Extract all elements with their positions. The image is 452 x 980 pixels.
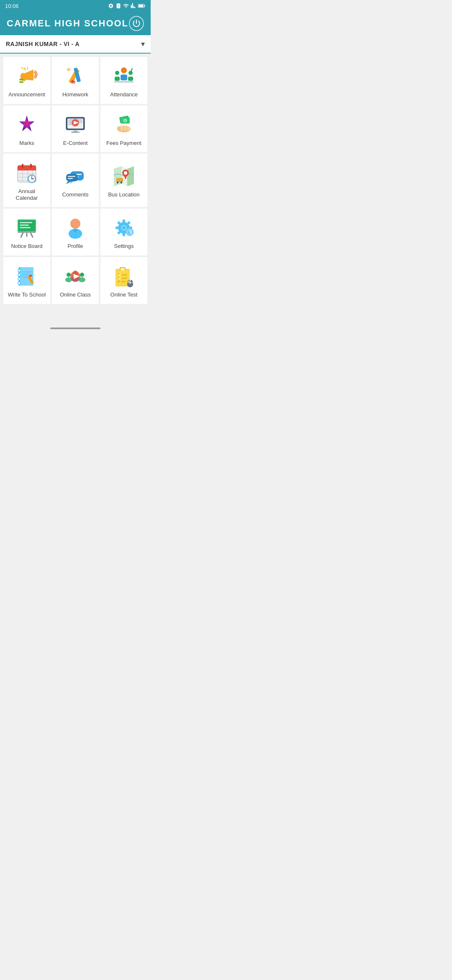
homework-icon xyxy=(64,64,87,88)
fees-payment-item[interactable]: $ Fees Payment xyxy=(100,106,147,152)
online-class-icon xyxy=(64,265,87,288)
bottom-area xyxy=(0,307,151,333)
svg-rect-84 xyxy=(20,224,29,226)
wifi-icon xyxy=(123,3,129,9)
homework-label: Homework xyxy=(62,91,88,98)
app-title: CARMEL HIGH SCHOOL xyxy=(7,18,128,29)
svg-point-108 xyxy=(18,278,21,280)
time: 10:06 xyxy=(5,3,19,9)
annual-calendar-label: Annual Calendar xyxy=(7,188,47,201)
online-test-item[interactable]: Online Test xyxy=(100,257,147,304)
bus-location-item[interactable]: Bus Location xyxy=(100,154,147,207)
svg-rect-33 xyxy=(71,132,80,133)
status-icons xyxy=(108,3,146,9)
notice-board-icon xyxy=(15,216,39,240)
home-indicator xyxy=(50,328,100,329)
profile-item[interactable]: Profile xyxy=(52,209,99,255)
write-to-school-icon xyxy=(15,265,39,288)
svg-point-137 xyxy=(128,281,130,282)
settings-label: Settings xyxy=(114,243,134,250)
sim-icon xyxy=(116,3,121,9)
svg-rect-73 xyxy=(117,179,119,181)
svg-rect-90 xyxy=(123,219,125,223)
svg-point-118 xyxy=(67,273,71,277)
chevron-down-icon: ▾ xyxy=(141,39,145,49)
marks-label: Marks xyxy=(19,140,34,147)
svg-rect-20 xyxy=(128,77,133,81)
announcement-item[interactable]: Announcement xyxy=(3,57,50,104)
svg-rect-74 xyxy=(120,179,122,181)
svg-rect-85 xyxy=(20,227,31,228)
comments-icon xyxy=(64,165,87,188)
announcement-icon xyxy=(15,64,39,88)
svg-rect-102 xyxy=(126,231,128,233)
notice-board-item[interactable]: Notice Board xyxy=(3,209,50,255)
svg-rect-42 xyxy=(127,126,130,131)
power-icon xyxy=(132,19,141,28)
svg-point-14 xyxy=(67,68,70,71)
fees-payment-label: Fees Payment xyxy=(106,140,141,147)
svg-point-15 xyxy=(121,67,127,73)
svg-rect-91 xyxy=(123,233,125,236)
svg-point-71 xyxy=(124,171,127,175)
annual-calendar-item[interactable]: Annual Calendar xyxy=(3,154,50,207)
svg-rect-131 xyxy=(121,278,127,279)
svg-rect-65 xyxy=(68,178,73,179)
profile-label: Profile xyxy=(68,243,83,250)
svg-point-89 xyxy=(122,226,126,230)
svg-rect-5 xyxy=(19,79,23,80)
menu-grid: Announcement Homework xyxy=(0,54,151,307)
svg-rect-132 xyxy=(118,281,120,282)
svg-marker-68 xyxy=(127,166,134,186)
battery-icon xyxy=(138,3,146,9)
svg-rect-2 xyxy=(139,5,143,7)
svg-rect-64 xyxy=(68,176,75,177)
svg-rect-45 xyxy=(18,168,36,170)
econtent-label: E-Content xyxy=(63,140,88,147)
annual-calendar-icon xyxy=(15,161,39,185)
svg-point-75 xyxy=(117,182,118,183)
svg-point-109 xyxy=(18,282,21,284)
svg-point-76 xyxy=(121,182,122,183)
write-to-school-item[interactable]: Write To School xyxy=(3,257,50,304)
econtent-item[interactable]: E-Content xyxy=(52,106,99,152)
power-button[interactable] xyxy=(129,16,144,31)
attendance-icon xyxy=(112,64,136,88)
write-to-school-label: Write To School xyxy=(8,291,46,298)
svg-rect-6 xyxy=(19,81,23,83)
svg-rect-129 xyxy=(121,274,127,276)
online-class-item[interactable]: Online Class xyxy=(52,257,99,304)
settings-item[interactable]: Settings xyxy=(100,209,147,255)
settings-icon xyxy=(112,216,136,240)
status-bar: 10:06 xyxy=(0,0,151,12)
svg-rect-103 xyxy=(131,231,134,233)
svg-point-120 xyxy=(80,273,84,277)
announcement-label: Announcement xyxy=(8,91,45,98)
svg-rect-133 xyxy=(121,281,126,282)
svg-point-86 xyxy=(70,219,80,229)
svg-point-99 xyxy=(128,231,131,233)
svg-rect-82 xyxy=(18,231,36,233)
online-class-label: Online Class xyxy=(60,291,91,298)
homework-item[interactable]: Homework xyxy=(52,57,99,104)
svg-rect-46 xyxy=(22,164,23,168)
svg-rect-39 xyxy=(117,126,120,131)
svg-rect-92 xyxy=(116,227,119,229)
svg-marker-24 xyxy=(19,116,34,131)
svg-rect-47 xyxy=(30,164,32,168)
svg-marker-4 xyxy=(23,70,33,80)
student-selector[interactable]: RAJNISH KUMAR - VI - A ▾ xyxy=(0,35,151,54)
marks-item[interactable]: Marks xyxy=(3,106,50,152)
online-test-label: Online Test xyxy=(110,291,138,298)
student-name: RAJNISH KUMAR - VI - A xyxy=(6,41,80,47)
attendance-item[interactable]: Attendance xyxy=(100,57,147,104)
svg-line-8 xyxy=(21,67,23,69)
online-test-icon xyxy=(112,265,136,288)
attendance-label: Attendance xyxy=(110,91,138,98)
svg-rect-1 xyxy=(144,5,145,7)
comments-label: Comments xyxy=(62,191,89,198)
svg-rect-40 xyxy=(121,126,123,131)
comments-item[interactable]: Comments xyxy=(52,154,99,207)
settings-status-icon xyxy=(108,3,114,9)
svg-rect-62 xyxy=(66,174,78,181)
